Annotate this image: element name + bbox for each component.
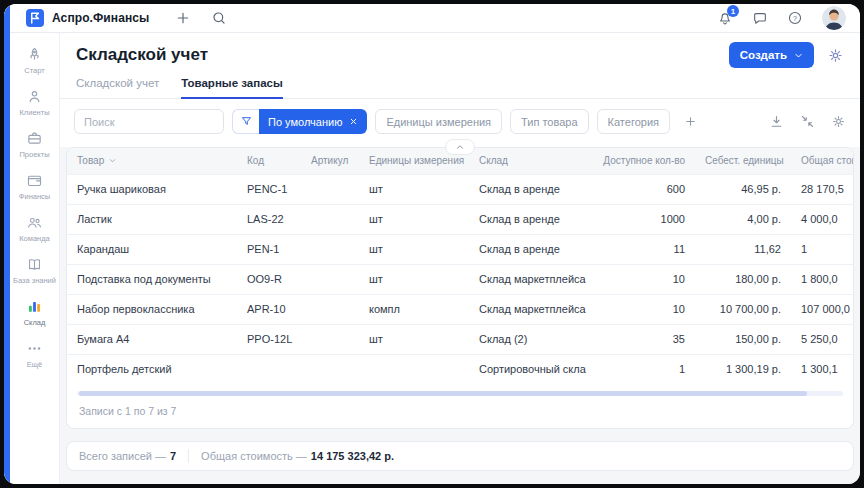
tab-goods-stock[interactable]: Товарные запасы — [181, 77, 283, 99]
cell-unit_cost: 11,62 — [695, 234, 791, 264]
cell-article — [301, 294, 359, 324]
cell-warehouse: Склад (2) — [469, 324, 589, 354]
cell-total_cost: 1 800,0 — [791, 264, 853, 294]
sidebar-item-projects[interactable]: Проекты — [12, 124, 58, 166]
search-icon[interactable] — [211, 10, 227, 26]
column-header-warehouse: Склад — [469, 148, 589, 174]
table-row[interactable]: Бумага А4PPO-12LштСклад (2)35150,00 р.5 … — [67, 324, 853, 354]
knowledge-icon — [26, 256, 43, 273]
cell-unit: шт — [359, 264, 469, 294]
user-avatar[interactable] — [822, 6, 846, 30]
tabs: Складской учет Товарные запасы — [76, 77, 844, 98]
sidebar-item-team[interactable]: Команда — [12, 208, 58, 250]
close-icon[interactable] — [349, 117, 358, 126]
pagination-status: Записи с 1 по 7 из 7 — [67, 396, 853, 428]
table-row[interactable]: Подставка под документыOO9-RштСклад марк… — [67, 264, 853, 294]
collapse-icon[interactable] — [800, 114, 815, 129]
table-row[interactable]: Набор первоклассникаAPR-10комплСклад мар… — [67, 294, 853, 324]
page-title: Складской учет — [76, 45, 208, 65]
cell-unit — [359, 354, 469, 384]
cell-warehouse: Сортировочный скла — [469, 354, 589, 384]
page-header: Складской учет Создать Складской учет То… — [60, 33, 860, 99]
filter-funnel-icon[interactable] — [232, 109, 259, 134]
sidebar: Старт Клиенты Проекты Финансы Команда Ба… — [4, 33, 60, 484]
help-icon[interactable]: ? — [787, 10, 803, 26]
cell-article — [301, 324, 359, 354]
cell-code: PPO-12L — [237, 324, 301, 354]
sort-chevron-icon — [108, 156, 117, 165]
table-row[interactable]: КарандашPEN-1штСклад в аренде1111,621 — [67, 234, 853, 264]
quick-add-plus-icon[interactable] — [175, 10, 191, 26]
table-body: Ручка шариковаяPENC-1штСклад в аренде600… — [67, 174, 853, 384]
cell-available: 600 — [589, 174, 695, 204]
cell-product: Набор первоклассника — [67, 294, 237, 324]
cell-total_cost: 4 000,0 — [791, 204, 853, 234]
filter-chip[interactable]: Категория — [597, 109, 670, 134]
table-row[interactable]: Ручка шариковаяPENC-1штСклад в аренде600… — [67, 174, 853, 204]
scrollbar-thumb[interactable] — [79, 391, 807, 396]
cell-product: Ручка шариковая — [67, 174, 237, 204]
cell-product: Ластик — [67, 204, 237, 234]
cell-warehouse: Склад маркетплейса — [469, 264, 589, 294]
cell-article — [301, 264, 359, 294]
page-settings-gear-icon[interactable] — [827, 47, 844, 64]
cell-article — [301, 354, 359, 384]
table-row[interactable]: ЛастикLAS-22штСклад в аренде10004,00 р.4… — [67, 204, 853, 234]
filter-chip[interactable]: Единицы измерения — [375, 109, 502, 134]
more-icon — [26, 340, 43, 357]
projects-icon — [26, 130, 43, 147]
cell-code: PENC-1 — [237, 174, 301, 204]
records-total-value: 7 — [170, 450, 176, 462]
cell-code: LAS-22 — [237, 204, 301, 234]
horizontal-scrollbar[interactable] — [77, 391, 843, 396]
table-settings-gear-icon[interactable] — [831, 114, 846, 129]
divider — [188, 449, 189, 463]
create-button[interactable]: Создать — [729, 42, 814, 68]
table-row[interactable]: Портфель детскийСортировочный скла11 300… — [67, 354, 853, 384]
notifications-bell-icon[interactable]: 1 — [717, 10, 733, 26]
cell-available: 1000 — [589, 204, 695, 234]
cell-warehouse: Склад маркетплейса — [469, 294, 589, 324]
totals-bar: Всего записей —7 Общая стоимость —14 175… — [66, 441, 854, 471]
sidebar-item-warehouse[interactable]: Склад — [12, 292, 58, 334]
cell-warehouse: Склад в аренде — [469, 204, 589, 234]
clients-icon — [26, 88, 43, 105]
app-logo-icon — [26, 9, 44, 27]
column-header-available: Доступное кол-во — [589, 148, 695, 174]
cell-available: 11 — [589, 234, 695, 264]
cell-unit_cost: 150,00 р. — [695, 324, 791, 354]
collapse-panel-chevron-up-icon[interactable] — [445, 139, 475, 155]
cell-unit: шт — [359, 234, 469, 264]
filter-chip[interactable]: Тип товара — [510, 109, 589, 134]
default-filter-chip[interactable]: По умолчанию — [259, 109, 367, 134]
finance-icon — [26, 172, 43, 189]
cell-total_cost: 1 300,1 — [791, 354, 853, 384]
cell-product: Карандаш — [67, 234, 237, 264]
svg-text:?: ? — [793, 15, 797, 22]
cell-code: OO9-R — [237, 264, 301, 294]
add-filter-plus-icon[interactable] — [678, 109, 702, 134]
sidebar-item-clients[interactable]: Клиенты — [12, 82, 58, 124]
sidebar-item-start[interactable]: Старт — [12, 40, 58, 82]
sidebar-item-more[interactable]: Ещё — [12, 334, 58, 376]
sidebar-item-finance[interactable]: Финансы — [12, 166, 58, 208]
column-header-product[interactable]: Товар — [67, 148, 237, 174]
cell-code: PEN-1 — [237, 234, 301, 264]
tab-warehouse-accounting[interactable]: Складской учет — [76, 77, 159, 99]
main-area: Складской учет Создать Складской учет То… — [60, 33, 860, 484]
notification-badge: 1 — [727, 5, 739, 17]
cell-unit_cost: 180,00 р. — [695, 264, 791, 294]
cell-unit_cost: 1 300,19 р. — [695, 354, 791, 384]
records-total: Всего записей —7 — [79, 450, 176, 462]
column-header-article: Артикул — [301, 148, 359, 174]
cell-total_cost: 1 — [791, 234, 853, 264]
cell-available: 10 — [589, 264, 695, 294]
chat-icon[interactable] — [752, 10, 768, 26]
filter-chips: Единицы измеренияТип товараКатегория — [375, 109, 670, 134]
cell-product: Портфель детский — [67, 354, 237, 384]
sidebar-item-knowledge[interactable]: База знаний — [12, 250, 58, 292]
search-input[interactable] — [74, 109, 224, 134]
cell-warehouse: Склад в аренде — [469, 174, 589, 204]
download-icon[interactable] — [769, 114, 784, 129]
column-header-total_cost: Общая стоимость — [791, 148, 853, 174]
